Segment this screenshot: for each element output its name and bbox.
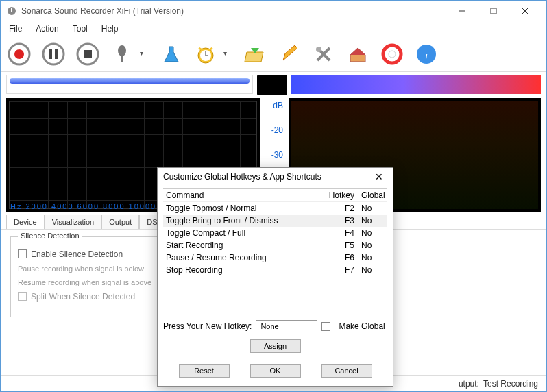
menu-file[interactable]: File bbox=[3, 23, 27, 35]
minimize-button[interactable] bbox=[446, 1, 478, 21]
assign-button[interactable]: Assign bbox=[250, 339, 301, 353]
dialog-close-button[interactable]: ✕ bbox=[371, 170, 387, 184]
stop-button[interactable] bbox=[73, 40, 102, 69]
table-row[interactable]: Toggle Topmost / NormalF2No bbox=[163, 202, 387, 215]
flask-icon[interactable] bbox=[157, 40, 186, 69]
table-row[interactable]: Stop RecordingF7No bbox=[163, 264, 387, 276]
toolbar: i bbox=[1, 36, 546, 72]
svg-point-21 bbox=[389, 51, 396, 58]
svg-rect-10 bbox=[55, 49, 58, 59]
table-header: Command Hotkey Global bbox=[163, 189, 387, 202]
svg-point-19 bbox=[316, 47, 321, 52]
svg-text:i: i bbox=[426, 51, 428, 61]
close-button[interactable] bbox=[509, 1, 541, 21]
maximize-button[interactable] bbox=[478, 1, 509, 21]
menubar: File Action Tool Help bbox=[1, 21, 546, 36]
menu-help[interactable]: Help bbox=[96, 23, 124, 35]
alarm-icon[interactable] bbox=[191, 40, 220, 69]
app-icon bbox=[6, 5, 17, 16]
pause-button[interactable] bbox=[39, 40, 68, 69]
press-hotkey-label: Press Your New Hotkey: bbox=[163, 321, 252, 331]
spectrum-bar bbox=[291, 75, 541, 94]
tab-output[interactable]: Output bbox=[101, 215, 139, 229]
svg-point-13 bbox=[118, 45, 126, 56]
menu-action[interactable]: Action bbox=[30, 23, 64, 35]
status-output-value: Test Recording bbox=[483, 379, 538, 389]
svg-rect-14 bbox=[121, 55, 123, 62]
titlebar: Sonarca Sound Recorder XiFi (Trial Versi… bbox=[1, 1, 546, 21]
pencil-icon[interactable] bbox=[275, 40, 304, 69]
help-lifebuoy-icon[interactable] bbox=[378, 40, 406, 69]
open-folder-icon[interactable] bbox=[241, 40, 269, 69]
level-strip bbox=[1, 72, 546, 98]
table-row[interactable]: Toggle Bring to Front / DismissF3No bbox=[163, 215, 387, 227]
table-row[interactable]: Toggle Compact / FullF4No bbox=[163, 227, 387, 239]
make-global-checkbox[interactable] bbox=[321, 322, 330, 331]
table-row[interactable]: Start RecordingF5No bbox=[163, 239, 387, 252]
hotkey-input[interactable] bbox=[256, 320, 317, 332]
level-meter-left bbox=[6, 75, 253, 94]
dialog-title: Customize Global Hotkeys & App Shortcuts bbox=[163, 172, 321, 182]
group-legend: Silence Detection bbox=[18, 232, 82, 240]
table-row[interactable]: Pause / Resume RecordingF6No bbox=[163, 252, 387, 264]
tab-device[interactable]: Device bbox=[6, 215, 45, 229]
ok-button[interactable]: OK bbox=[250, 364, 301, 378]
hotkey-input-row: Press Your New Hotkey: Make Global bbox=[158, 317, 393, 335]
record-button[interactable] bbox=[5, 40, 34, 69]
mic-button[interactable] bbox=[108, 40, 136, 69]
dialog-title-bar[interactable]: Customize Global Hotkeys & App Shortcuts… bbox=[158, 168, 393, 186]
svg-point-8 bbox=[43, 44, 64, 64]
home-icon[interactable] bbox=[343, 40, 372, 69]
window-title: Sonarca Sound Recorder XiFi (Trial Versi… bbox=[21, 6, 446, 16]
counter-display bbox=[257, 75, 287, 95]
hotkeys-dialog: Customize Global Hotkeys & App Shortcuts… bbox=[157, 167, 393, 387]
reset-button[interactable]: Reset bbox=[179, 364, 230, 378]
svg-rect-12 bbox=[84, 50, 92, 58]
tools-icon[interactable] bbox=[309, 40, 338, 69]
svg-rect-3 bbox=[491, 8, 496, 14]
tab-visualization[interactable]: Visualization bbox=[45, 215, 102, 229]
svg-rect-9 bbox=[49, 49, 52, 59]
hotkey-table: Command Hotkey Global Toggle Topmost / N… bbox=[163, 188, 387, 317]
cancel-button[interactable]: Cancel bbox=[321, 364, 372, 378]
menu-tool[interactable]: Tool bbox=[67, 23, 93, 35]
make-global-label: Make Global bbox=[339, 321, 385, 331]
status-output-label: utput: bbox=[459, 379, 479, 389]
info-icon[interactable]: i bbox=[412, 40, 441, 69]
svg-rect-1 bbox=[11, 8, 12, 12]
svg-point-7 bbox=[14, 49, 24, 59]
